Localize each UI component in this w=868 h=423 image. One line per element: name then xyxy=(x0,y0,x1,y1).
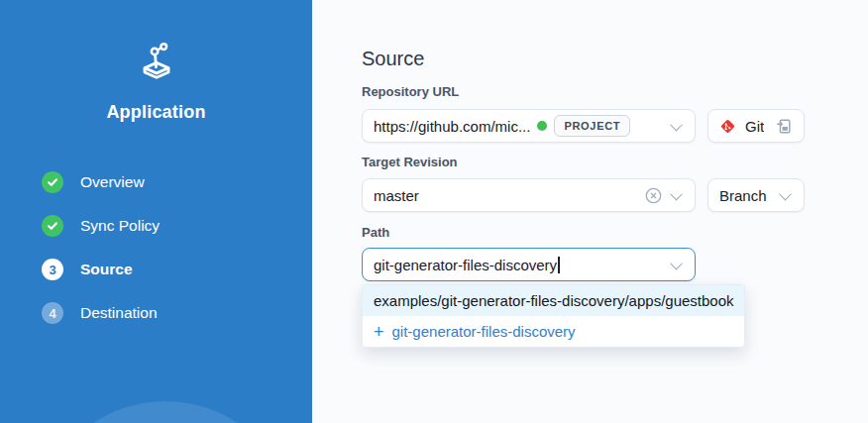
plus-icon: + xyxy=(374,323,384,341)
step-label: Source xyxy=(80,261,133,278)
step-label: Overview xyxy=(80,173,145,191)
path-option-label: examples/git-generator-files-discovery/a… xyxy=(374,292,734,309)
repo-type-value: Git xyxy=(745,118,764,135)
git-logo-icon xyxy=(719,118,736,135)
path-label: Path xyxy=(362,225,389,240)
step-source[interactable]: 3 Source xyxy=(42,259,160,280)
wizard-title: Application xyxy=(0,102,312,123)
step-done-check-icon xyxy=(42,171,63,193)
repository-url-value: https://github.com/mic... xyxy=(374,118,530,135)
step-overview[interactable]: Overview xyxy=(42,171,160,193)
step-done-check-icon xyxy=(42,215,63,237)
step-number-badge: 4 xyxy=(42,302,63,324)
chevron-down-icon xyxy=(670,257,683,269)
revision-type-select[interactable]: Branch xyxy=(707,178,805,212)
step-label: Sync Policy xyxy=(80,217,160,235)
wizard-sidebar: Application Overview Sync Policy 3 Sourc… xyxy=(0,0,312,423)
path-option[interactable]: examples/git-generator-files-discovery/a… xyxy=(363,285,744,316)
page-title: Source xyxy=(362,48,424,70)
step-sync-policy[interactable]: Sync Policy xyxy=(42,215,160,237)
clear-icon[interactable] xyxy=(645,187,662,204)
application-box-icon xyxy=(0,38,312,83)
step-label: Destination xyxy=(80,304,158,322)
decorative-circle xyxy=(35,401,296,423)
paste-icon[interactable] xyxy=(775,117,793,136)
repo-type-select[interactable]: Git xyxy=(707,109,805,143)
repo-connected-dot-icon xyxy=(537,121,547,131)
step-destination[interactable]: 4 Destination xyxy=(42,302,160,324)
target-revision-input[interactable]: master xyxy=(362,178,696,212)
chevron-down-icon xyxy=(779,187,792,200)
text-cursor xyxy=(558,257,560,273)
repository-url-label: Repository URL xyxy=(362,84,459,99)
project-badge: PROJECT xyxy=(554,115,630,137)
path-value: git-generator-files-discovery xyxy=(374,257,557,273)
source-step-panel: Source Repository URL https://github.com… xyxy=(312,0,868,423)
path-suggestions-dropdown: examples/git-generator-files-discovery/a… xyxy=(362,284,745,348)
path-input[interactable]: git-generator-files-discovery xyxy=(362,248,696,281)
target-revision-label: Target Revision xyxy=(362,155,458,169)
chevron-down-icon xyxy=(670,118,683,131)
revision-type-value: Branch xyxy=(719,187,767,204)
chevron-down-icon xyxy=(670,187,683,200)
create-application-wizard: Application Overview Sync Policy 3 Sourc… xyxy=(0,0,868,423)
repository-url-input[interactable]: https://github.com/mic... PROJECT xyxy=(362,109,696,143)
target-revision-value: master xyxy=(374,187,419,204)
create-path-label: git-generator-files-discovery xyxy=(392,323,576,340)
wizard-steps: Overview Sync Policy 3 Source 4 Destinat… xyxy=(42,171,160,324)
step-number-badge: 3 xyxy=(42,259,63,280)
create-path-option[interactable]: + git-generator-files-discovery xyxy=(363,316,744,347)
